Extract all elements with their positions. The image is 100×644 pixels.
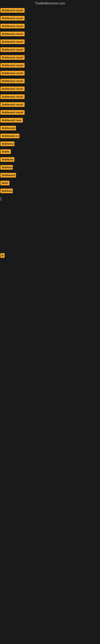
bottleneck-badge: Bottleneck result [0,86,25,91]
bottleneck-badge: Bottlene [0,188,13,193]
bottleneck-badge: Bottleneck result [0,24,25,28]
list-item[interactable]: Bottleneck result [0,39,100,45]
bottleneck-badge: Bottleneck result [0,79,25,83]
list-item[interactable]: Bottleneck result [0,102,100,108]
list-item[interactable]: Bottleneck resu [0,118,100,124]
list-item[interactable]: Bottleneck result [0,23,100,30]
bottleneck-badge: Bottl [0,181,9,185]
list-item[interactable]: Bottleneck result [0,47,100,53]
bottleneck-badge: Bottleneck result [0,40,25,44]
list-item[interactable]: Bottleneck result [0,94,100,100]
list-item[interactable]: Bottleneck result [0,31,100,38]
list-item[interactable]: Bottleneck result [0,8,100,14]
bottleneck-badge: Bottleneck re [0,134,19,138]
bottleneck-badge: Bottleneck [0,126,16,130]
bottleneck-badge: Bottleneck result [0,110,25,115]
list-item[interactable]: Bottleneck result [0,62,100,69]
list-item[interactable]: Bottlenec [0,141,100,147]
bottleneck-badge: Bottle [0,149,11,154]
list-item[interactable]: Bottleneck [0,126,100,132]
bottleneck-badge: Bottleneck result [0,47,25,52]
bottleneck-badge: Bottleneck [0,173,16,178]
list-item[interactable]: Bottl [0,180,100,186]
bottleneck-badge: Bottleneck result [0,16,25,20]
bottleneck-badge: Bottleneck result [0,8,25,13]
bottleneck-badge: Bottleneck result [0,63,25,68]
cursor-line [0,196,100,203]
list-item[interactable]: Bottleneck result [0,70,100,77]
list-item[interactable]: Bottleneck result [0,78,100,84]
site-title: TheBottlenecker.com [0,0,100,7]
list-item[interactable]: Bottle [0,149,100,155]
bottleneck-badge: Bottleneck result [0,71,25,76]
list-item[interactable]: Bottleneck re [0,133,100,140]
single-b-item: B [0,253,100,258]
bottleneck-badge: Bottleneck result [0,55,25,60]
bottleneck-badge: Bottlene [0,165,13,170]
list-item[interactable]: Bottleneck result [0,55,100,61]
list-item[interactable]: Bottleneck [0,172,100,179]
bottleneck-badge: Bottlenec [0,142,14,146]
bottleneck-badge: Bottleneck result [0,32,25,36]
list-item[interactable]: Bottlene [0,188,100,194]
bottleneck-badge: Bottleneck result [0,102,25,107]
list-item[interactable]: Bottleneck result [0,86,100,92]
list-item[interactable]: Bottleneck result [0,110,100,116]
list-item[interactable]: Bottlenec [0,157,100,163]
bottleneck-items-container: Bottleneck resultBottleneck resultBottle… [0,7,100,340]
bottleneck-badge: Bottlenec [0,157,14,162]
list-item[interactable]: Bottleneck result [0,16,100,22]
bottleneck-badge: Bottleneck result [0,94,25,99]
bottleneck-badge: Bottleneck resu [0,118,23,122]
single-b-badge: B [0,253,4,258]
list-item[interactable]: Bottlene [0,164,100,171]
